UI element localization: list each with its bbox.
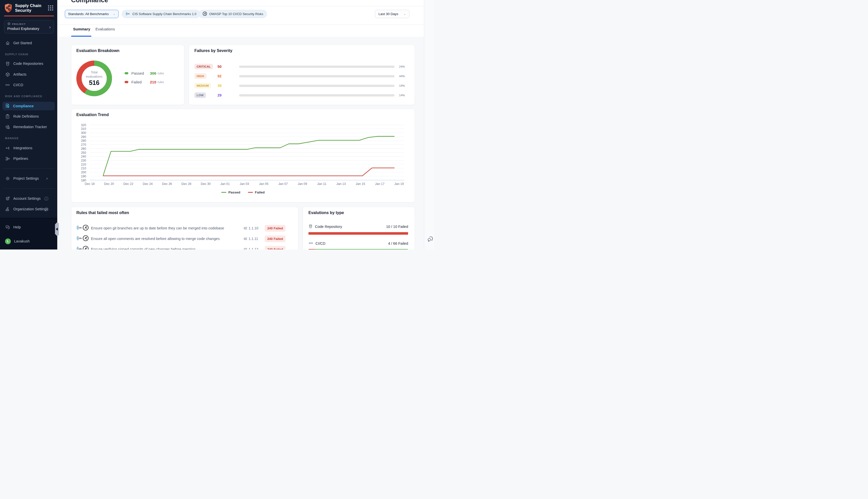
- chevron-down-icon: ⌄: [404, 12, 406, 15]
- rule-standard-icons: CIS: [76, 245, 91, 250]
- owasp-wasp-icon: [82, 224, 89, 232]
- project-selector[interactable]: PROJECT Product Exploratory ›: [4, 20, 54, 34]
- passed-swatch-icon: [125, 72, 128, 74]
- svg-text:Dec 20: Dec 20: [104, 182, 114, 186]
- svg-text:CIS: CIS: [127, 13, 129, 14]
- failed-count-badge: 240 Failed: [265, 225, 286, 232]
- avatar: L: [5, 239, 11, 244]
- svg-text:190: 190: [81, 175, 86, 178]
- compliance-document-icon: [5, 103, 10, 109]
- home-icon: [5, 40, 10, 46]
- rule-row[interactable]: CIS Ensure open git branches are up to d…: [76, 224, 286, 232]
- cis-logo-icon: CIS: [76, 245, 83, 250]
- sidebar-footer: ? Help L Lavakush: [0, 218, 57, 250]
- svg-text:300: 300: [81, 131, 86, 135]
- evaluation-trend-chart: 3203103002902802702602502402302202102001…: [71, 117, 415, 192]
- svg-text:Jan 07: Jan 07: [278, 182, 288, 186]
- svg-text:Jan 05: Jan 05: [259, 182, 269, 186]
- sidebar-item-compliance[interactable]: Compliance: [2, 102, 55, 110]
- legend-passed: Passed: [221, 191, 240, 194]
- legend-failed: Failed: [248, 191, 265, 194]
- chevron-right-icon: ›: [46, 176, 48, 181]
- org-gear-icon: [5, 207, 10, 211]
- info-icon[interactable]: i: [45, 197, 48, 200]
- code-repository-icon: [5, 61, 10, 66]
- severity-bar-track: [239, 75, 395, 77]
- card-title: Failures by Severity: [195, 48, 232, 53]
- sidebar-collapse-handle[interactable]: [55, 222, 59, 236]
- rule-standard-icons: CIS: [76, 224, 91, 232]
- svg-text:310: 310: [81, 127, 86, 131]
- trend-legend: Passed Failed: [71, 191, 415, 194]
- severity-row-low: LOW 29 14%: [195, 92, 409, 98]
- tab-evaluations[interactable]: Evaluations: [96, 27, 115, 31]
- legend-failed: Failed 210 rules: [125, 80, 164, 84]
- tab-summary[interactable]: Summary: [73, 27, 90, 31]
- evaluation-breakdown-card: Evaluation Breakdown Total evaluations 5…: [71, 45, 184, 105]
- owasp-wasp-icon: [202, 11, 207, 17]
- box-wrench-icon: [5, 124, 10, 130]
- user-menu[interactable]: L Lavakush: [5, 238, 52, 245]
- failed-rules-card: Rules that failed most often CIS Ensure …: [71, 207, 298, 250]
- svg-text:220: 220: [81, 163, 86, 166]
- project-cube-icon: [7, 22, 11, 26]
- type-row-cicd: CI/CD 4 / 66 Failed: [308, 241, 408, 246]
- owasp-wasp-icon: [82, 235, 89, 242]
- sidebar-item-project-settings[interactable]: Project Settings ›: [5, 175, 52, 182]
- rule-row[interactable]: CIS Ensure verifying signed commits of n…: [76, 245, 286, 250]
- card-title: Rules that failed most often: [76, 210, 129, 215]
- svg-text:CIS: CIS: [78, 248, 82, 250]
- failed-count-badge: 240 Failed: [265, 246, 286, 250]
- svg-text:Jan 17: Jan 17: [375, 182, 385, 186]
- svg-text:250: 250: [81, 151, 86, 155]
- sidebar-item-integrations[interactable]: Integrations: [5, 144, 52, 152]
- failed-swatch-icon: [125, 81, 128, 83]
- legend-passed: Passed 306 rules: [125, 71, 164, 75]
- svg-text:Dec 22: Dec 22: [123, 182, 133, 186]
- sidebar-item-rule-definitions[interactable]: Rule Definitions: [5, 112, 52, 120]
- type-bar: [308, 232, 408, 235]
- standards-filter-dropdown[interactable]: Standards: All Benchmarks ⌄: [65, 10, 119, 18]
- owasp-wasp-icon: [82, 245, 89, 250]
- brand: Supply ChainSecurity: [4, 3, 53, 14]
- infinity-icon: [308, 241, 313, 246]
- benchmark-pill-cis[interactable]: CIS CIS Software Supply Chain Benchmarks…: [122, 10, 200, 18]
- svg-text:240: 240: [81, 155, 86, 158]
- section-manage: MANAGE: [5, 137, 18, 140]
- project-label: PROJECT: [12, 23, 26, 25]
- active-tab-indicator: [71, 36, 91, 37]
- sidebar-item-code-repositories[interactable]: Code Repositories: [5, 60, 52, 67]
- sidebar-item-artifacts[interactable]: Artifacts: [5, 71, 52, 78]
- sidebar-item-pipelines[interactable]: Pipelines: [5, 155, 52, 162]
- cis-logo-icon: CIS: [126, 11, 131, 17]
- svg-text:Jan 11: Jan 11: [317, 182, 326, 186]
- sidebar-item-remediation-tracker[interactable]: Remediation Tracker: [5, 123, 52, 131]
- sidebar-item-account-settings[interactable]: Account Settings i: [5, 195, 52, 202]
- svg-text:CIS: CIS: [78, 237, 82, 240]
- failed-segment: [308, 249, 314, 250]
- sidebar-item-get-started[interactable]: Get Started: [5, 39, 52, 47]
- type-status: 10 / 10 Failed: [386, 224, 408, 229]
- benchmark-pill-owasp[interactable]: OWASP Top 10 CI/CD Security Risks: [199, 10, 267, 18]
- svg-text:280: 280: [81, 139, 86, 143]
- severity-bar-track: [239, 85, 395, 87]
- sidebar-item-cicd[interactable]: CI/CD: [5, 81, 52, 89]
- rule-row[interactable]: CIS Ensure all open comments are resolve…: [76, 235, 286, 243]
- date-range-dropdown[interactable]: Last 30 Days ⌄: [375, 10, 409, 18]
- divider: [57, 25, 424, 25]
- sidebar-item-organization-settings[interactable]: Organization Settings i: [5, 205, 52, 213]
- rule-standard-icons: CIS: [76, 235, 91, 242]
- info-icon[interactable]: i: [45, 207, 48, 211]
- help-chat-icon: ?: [5, 224, 10, 230]
- svg-text:210: 210: [81, 167, 86, 170]
- clipboard-check-icon: [5, 114, 10, 119]
- severity-row-medium: MEDIUM 39 19%: [195, 83, 409, 89]
- severity-bar-track: [239, 65, 395, 68]
- apps-grid-icon[interactable]: [48, 5, 53, 11]
- code-repository-icon: [308, 224, 313, 229]
- infinity-icon: [5, 82, 10, 87]
- layers-gear-icon: [5, 196, 10, 201]
- chat-bubbles-icon[interactable]: [427, 236, 434, 243]
- evaluation-donut: Total evaluations 516: [76, 61, 112, 96]
- sidebar-item-help[interactable]: ? Help: [5, 223, 52, 231]
